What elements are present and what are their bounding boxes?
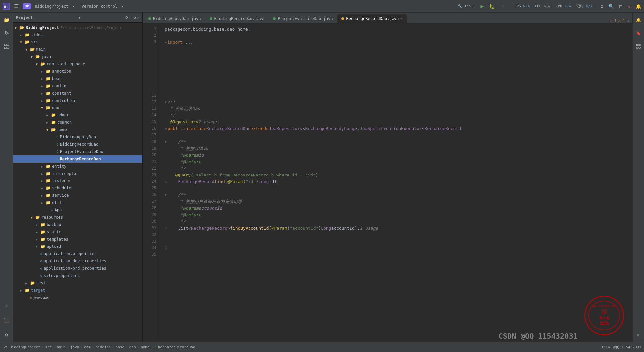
tree-main[interactable]: ▼ 📂 main xyxy=(13,46,142,53)
breadcrumb-classname[interactable]: RechargeRecordDao xyxy=(158,345,195,349)
tree-recharge-record-dao[interactable]: ▶ C RechargeRecordDao xyxy=(13,155,142,163)
tree-resources[interactable]: ▼ 📂 resources xyxy=(13,214,142,221)
search-icon[interactable]: 🔍 xyxy=(608,4,614,9)
tree-test[interactable]: ▶ 📁 test xyxy=(13,279,142,287)
tree-application-props[interactable]: ▶ ⚙ application.properties xyxy=(13,250,142,257)
tree-application-dev-props[interactable]: ▶ ⚙ application-dev.properties xyxy=(13,257,142,265)
tree-pom-xml[interactable]: ▶ m pom.xml xyxy=(13,294,142,301)
project-icon-btn[interactable]: 📁 xyxy=(2,15,11,25)
tree-project-evaluate-dao[interactable]: ▶ C ProjectEvaluateDao xyxy=(13,148,142,155)
breadcrumb-dao[interactable]: dao xyxy=(129,345,136,349)
fold-icon-26[interactable]: ▼ xyxy=(165,192,167,198)
tree-backup[interactable]: ▶ 📁 backup xyxy=(13,221,142,228)
breadcrumb-bidding[interactable]: bidding xyxy=(96,345,111,349)
fold-icon-12[interactable]: ▼ xyxy=(165,100,167,105)
tree-idea[interactable]: ▶ 📁 .idea xyxy=(13,31,142,38)
tree-dao[interactable]: ▼ 📂 dao xyxy=(13,104,142,111)
tree-app[interactable]: ▶ ☕ App xyxy=(13,206,142,214)
left-icon-bar: 📁 ⚠ ⬛ ⚙ xyxy=(0,13,13,342)
run-config[interactable]: 🔧 App ▾ xyxy=(458,4,475,8)
tree-home[interactable]: ▼ 📂 home xyxy=(13,126,142,133)
tree-upload[interactable]: ▶ 📁 upload xyxy=(13,243,142,250)
tree-java[interactable]: ▼ 📂 java xyxy=(13,53,142,60)
close-icon[interactable]: ✕ xyxy=(628,4,630,9)
tree-com-bidding[interactable]: ▼ 📂 com.bidding.base xyxy=(13,60,142,68)
tree-entity[interactable]: ▶ 📁 entity xyxy=(13,163,142,170)
code-line-30: */ xyxy=(165,218,632,225)
problems-icon-btn[interactable]: ⚠ xyxy=(2,301,11,310)
tree-util[interactable]: ▶ 📁 util xyxy=(13,199,142,206)
tree-common[interactable]: ▶ 📁 common xyxy=(13,119,142,126)
tab-close-icon[interactable]: ✕ xyxy=(401,17,403,20)
tree-listener[interactable]: ▶ 📁 listener xyxy=(13,177,142,184)
project-dropdown[interactable]: ▾ xyxy=(72,4,75,9)
structure-right-icon[interactable] xyxy=(634,42,643,51)
gpu-label: GPU 41% xyxy=(535,4,550,8)
code-line-34: } xyxy=(165,245,632,251)
tab-project-evaluate-dao[interactable]: ProjectEvaluateDao.java xyxy=(269,14,337,23)
tree-src[interactable]: ▼ 📂 src xyxy=(13,38,142,46)
svg-rect-13 xyxy=(636,47,638,48)
bookmarks-icon[interactable]: 🔖 xyxy=(634,29,643,38)
tree-root[interactable]: ▼ 📂 BiddingProject E:\idea_space\Bidding… xyxy=(13,24,142,31)
notifications-right-icon[interactable]: 🔔 xyxy=(634,15,643,25)
sync-icon[interactable]: ⟳ xyxy=(125,15,128,20)
tree-bean[interactable]: ▶ 📁 bean xyxy=(13,75,142,82)
project-name[interactable]: BiddingProject xyxy=(35,4,68,9)
breadcrumb-main[interactable]: main xyxy=(57,345,66,349)
top-bar-left: ≡ ☰ BP BiddingProject ▾ Version control … xyxy=(3,3,458,10)
collapse-icon[interactable]: − xyxy=(130,15,132,20)
tree-application-prd-props[interactable]: ▶ ⚙ application-prd.properties xyxy=(13,265,142,272)
tree-target[interactable]: ▶ 📁 target xyxy=(13,287,142,294)
version-control-label[interactable]: Version control xyxy=(82,4,117,9)
tree-annotion[interactable]: ▶ 📁 annotion xyxy=(13,68,142,75)
tab-bidding-apply-dao[interactable]: BiddingApplyDao.java xyxy=(144,14,205,23)
scroll-up-btn[interactable]: ▲ xyxy=(627,18,630,23)
vcs-icon-btn[interactable] xyxy=(2,29,11,38)
code-line-26: ▼ /** xyxy=(165,192,632,198)
tree-schedule[interactable]: ▶ 📁 schedule xyxy=(13,184,142,192)
terminal-icon-btn[interactable]: ⬛ xyxy=(2,316,11,325)
fold-icon-3[interactable]: ▶ xyxy=(165,40,167,45)
breadcrumb-project[interactable]: BiddingProject xyxy=(10,345,40,349)
git-branch-icon[interactable]: ⎇ xyxy=(3,345,7,349)
settings-icon[interactable]: ⚙ xyxy=(601,4,603,9)
svg-rect-8 xyxy=(7,44,9,46)
run-btn[interactable]: ▶ xyxy=(480,3,484,9)
maximize-icon[interactable]: □ xyxy=(619,4,622,9)
more-btn[interactable]: ⋮ xyxy=(500,4,504,8)
tree-constant[interactable]: ▶ 📁 constant xyxy=(13,90,142,97)
notification-icon[interactable]: 🔔 xyxy=(636,4,641,9)
version-dropdown[interactable]: ▾ xyxy=(121,4,124,9)
code-line-24: ◁ RechargeRecord find ( @Param ( "id" ) … xyxy=(165,178,632,185)
tree-service[interactable]: ▶ 📁 service xyxy=(13,192,142,199)
breadcrumb-java[interactable]: java xyxy=(70,345,79,349)
panel-title-dropdown[interactable]: ▾ xyxy=(78,15,81,20)
settings-side-btn[interactable]: ⚙ xyxy=(2,330,11,339)
tree-admin[interactable]: ▶ 📁 admin xyxy=(13,111,142,119)
fold-icon-18[interactable]: ▼ xyxy=(165,139,167,145)
tree-config[interactable]: ▶ 📁 config xyxy=(13,82,142,90)
tree-static[interactable]: ▶ 📁 static xyxy=(13,228,142,236)
tree-site-props[interactable]: ▶ ⚙ site.properties xyxy=(13,272,142,279)
breadcrumb-com[interactable]: com xyxy=(84,345,91,349)
tree-templates[interactable]: ▶ 📁 templates xyxy=(13,236,142,243)
breadcrumb-home[interactable]: home xyxy=(141,345,150,349)
debug-btn[interactable]: 🐛 xyxy=(489,4,495,9)
tree-controller[interactable]: ▶ 📁 controller xyxy=(13,97,142,104)
svg-rect-12 xyxy=(639,44,640,46)
tree-bidding-record-dao[interactable]: ▶ C BiddingRecordDao xyxy=(13,141,142,148)
tab-recharge-record-dao[interactable]: RechargeRecordDao.java ✕ xyxy=(337,14,407,23)
tree-bidding-apply-dao[interactable]: ▶ C BiddingApplyDao xyxy=(13,133,142,141)
code-content[interactable]: package com.bidding.base.dao.home; ▶ imp… xyxy=(159,23,632,342)
tree-interceptor[interactable]: ▶ 📁 interceptor xyxy=(13,170,142,177)
minimap-icon[interactable]: m xyxy=(634,330,643,339)
breadcrumb-src[interactable]: src xyxy=(45,345,52,349)
hamburger-icon[interactable]: ☰ xyxy=(14,3,19,9)
tab-bidding-record-dao[interactable]: BiddingRecordDao.java xyxy=(205,14,269,23)
code-line-1: package com.bidding.base.dao.home; xyxy=(165,26,632,33)
panel-close-icon[interactable]: ✕ xyxy=(137,15,140,20)
panel-settings-icon[interactable]: ⚙ xyxy=(134,15,136,20)
breadcrumb-base[interactable]: base xyxy=(116,345,125,349)
structure-icon-btn[interactable] xyxy=(2,42,11,51)
